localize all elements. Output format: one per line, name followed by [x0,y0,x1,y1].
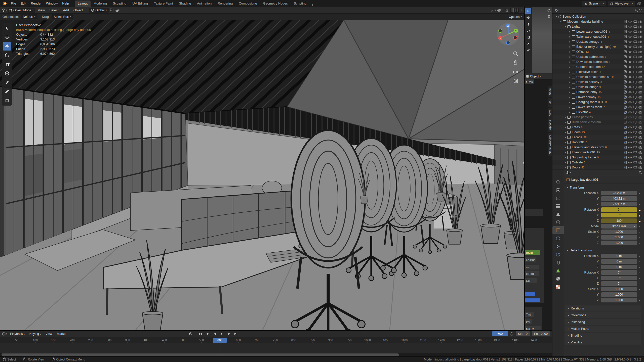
tool-button[interactable] [3,24,11,32]
tool-button[interactable] [525,41,531,47]
outliner-editor-icon[interactable]: ▾ [554,8,560,13]
workspace-tab[interactable]: UV Editing [129,1,151,7]
workspace-tab[interactable]: Geometry Nodes [260,1,291,7]
hide-eye-icon[interactable] [628,136,632,139]
workspace-tab[interactable]: Layout [75,1,91,7]
transform-orientation-selector[interactable]: Global ▾ [89,8,109,13]
expand-arrow-icon[interactable] [564,121,567,123]
outliner-row[interactable]: Interior walls.001 99 [552,150,644,155]
expand-arrow-icon[interactable] [559,20,563,23]
properties-tab[interactable] [552,218,564,226]
animate-toggle-icon[interactable] [637,219,642,223]
tool-button[interactable] [525,28,531,34]
editor-type-icon[interactable]: ▾ [2,8,7,13]
jump-to-start-button[interactable] [197,331,204,336]
exclude-checkbox[interactable] [624,131,627,134]
shader-node-area[interactable]: BSDFen-Burlcee RadiColTintpicpic Ronttt … [525,79,552,330]
perspective-toggle-icon[interactable] [513,78,519,84]
expand-arrow-icon[interactable] [568,86,572,88]
animate-toggle-icon[interactable] [637,260,642,263]
node-fragment[interactable]: ce [525,265,539,269]
outliner-row[interactable]: Outside 3 [552,160,644,165]
property-field[interactable]: 1.000 [601,287,637,291]
render-disable-icon[interactable] [638,71,642,73]
hide-eye-icon[interactable] [628,40,632,43]
exclude-checkbox[interactable] [624,96,627,99]
sidebar-tab[interactable]: Options [548,118,552,132]
viewport-disable-icon[interactable] [633,151,637,154]
render-disable-icon[interactable] [638,56,642,58]
render-disable-icon[interactable] [638,136,642,139]
new-viewlayer-icon[interactable] [637,2,641,5]
property-field[interactable]: 0 m [601,259,637,264]
topbar-menu[interactable]: Edit [18,0,28,7]
blender-logo-icon[interactable] [2,2,7,6]
hide-eye-icon[interactable] [628,30,632,33]
outliner-row[interactable]: Exterior (only on at night) 49 [552,44,644,49]
shader-type-selector[interactable]: Object [530,75,539,78]
search-icon[interactable] [639,171,642,174]
play-button[interactable] [219,331,225,336]
tool-button[interactable] [3,78,11,87]
playback-menu[interactable]: Playback ▾ [8,332,27,336]
zoom-icon[interactable] [513,51,519,57]
transform-panel-header[interactable]: ▾Transform [564,185,642,191]
viewport-disable-icon[interactable] [633,66,637,68]
exclude-checkbox[interactable] [624,136,627,139]
node-fragment[interactable]: e Radi [525,271,539,276]
hide-eye-icon[interactable] [628,81,632,83]
tool-button[interactable] [525,34,531,40]
outliner-row[interactable]: Upstairs hallway 8 [552,79,644,84]
tool-options-dropdown[interactable]: Options▾ [509,15,522,19]
collapsed-panel[interactable]: ▸Collections [565,312,641,318]
exclude-checkbox[interactable] [624,146,627,149]
shading-rendered-button[interactable] [516,8,518,13]
expand-arrow-icon[interactable] [568,56,572,58]
properties-tab[interactable] [552,210,564,218]
property-field[interactable]: 0° [601,281,637,286]
viewport-menu[interactable]: Object [71,7,85,13]
hide-eye-icon[interactable] [628,131,632,134]
jump-to-end-button[interactable] [233,331,239,336]
hide-eye-icon[interactable] [628,161,632,164]
viewport-disable-icon[interactable] [633,20,637,23]
node-fragment[interactable]: pic [525,319,532,324]
property-field[interactable]: 1.000 [601,230,637,234]
scene-selector[interactable]: Scene ▾ × [582,1,606,6]
hide-eye-icon[interactable] [628,121,632,124]
keying-menu[interactable]: Keying ▾ [27,332,43,336]
zoom-icon[interactable] [547,9,551,13]
animate-toggle-icon[interactable] [637,271,642,275]
render-disable-icon[interactable] [638,96,642,99]
expand-arrow-icon[interactable] [568,106,572,108]
current-frame-field[interactable]: 600 [492,331,508,336]
frame-end-field[interactable]: End2000 [532,331,550,336]
properties-tab[interactable] [552,186,564,194]
outliner-row[interactable]: Modern industrial building [552,19,644,24]
exclude-checkbox[interactable] [624,30,627,33]
expand-arrow-icon[interactable] [568,76,572,78]
animate-toggle-icon[interactable] [637,276,642,280]
exclude-checkbox[interactable] [624,45,627,48]
sidebar-tab[interactable]: Node [548,86,552,97]
playhead[interactable] [220,343,220,353]
animate-toggle-icon[interactable] [637,213,642,217]
render-disable-icon[interactable] [638,161,642,164]
render-disable-icon[interactable] [638,126,642,129]
exclude-checkbox[interactable] [624,161,627,164]
render-disable-icon[interactable] [638,66,642,68]
scrollbar-thumb[interactable] [2,353,399,356]
outliner-row[interactable]: Upstairs lounge 9 [552,84,644,89]
node-fragment[interactable]: Tint [525,312,534,317]
tool-button[interactable] [525,15,531,21]
outliner-row[interactable]: Roof.001 8 [552,140,644,145]
outliner-row[interactable]: Lower warehouse.001 4 [552,29,644,34]
outliner-row[interactable]: Floors 99 [552,130,644,135]
expand-arrow-icon[interactable] [554,15,558,18]
expand-arrow-icon[interactable] [564,151,567,154]
workspace-tab[interactable]: Shading [176,1,194,7]
render-disable-icon[interactable] [638,76,642,78]
node-fragment[interactable] [525,292,535,296]
outliner-row[interactable]: Entrance lobby 15 [552,89,644,95]
outliner-row[interactable]: Elevator 4 [552,110,644,115]
